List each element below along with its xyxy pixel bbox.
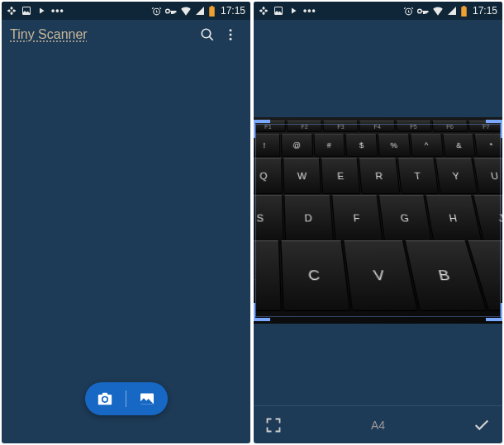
crop-content: F1 F2 F3 F4 F5 F6 F7 ! @ # $ % ^ & * <box>254 20 502 443</box>
fan-icon <box>7 6 17 16</box>
camera-button[interactable] <box>85 391 126 406</box>
signal-icon <box>195 6 205 16</box>
image-icon <box>273 6 283 16</box>
svg-point-12 <box>418 9 422 13</box>
svg-point-6 <box>230 29 232 31</box>
more-icon: ••• <box>303 5 316 17</box>
status-bar: ••• 17:15 <box>254 2 502 20</box>
expand-button[interactable] <box>265 417 298 433</box>
status-time: 17:15 <box>473 5 497 17</box>
battery-icon <box>460 6 468 17</box>
battery-icon <box>208 6 216 17</box>
phone-screen-1: ••• 17:15 Tiny Scanner <box>2 2 250 443</box>
search-button[interactable] <box>196 23 219 46</box>
crop-area[interactable]: F1 F2 F3 F4 F5 F6 F7 ! @ # $ % ^ & * <box>254 117 502 324</box>
fan-icon <box>259 6 269 16</box>
phone-screen-2: ••• 17:15 F1 F2 F3 F4 F5 F6 F7 <box>254 2 502 443</box>
menu-button[interactable] <box>219 23 242 46</box>
alarm-icon <box>151 6 162 17</box>
wifi-icon <box>180 6 192 16</box>
status-time: 17:15 <box>221 5 245 17</box>
svg-rect-13 <box>461 7 467 17</box>
svg-point-2 <box>166 9 170 13</box>
crop-handle-tl[interactable] <box>254 120 270 138</box>
empty-content <box>2 50 250 443</box>
expand-icon <box>265 417 282 433</box>
play-icon <box>288 6 298 16</box>
capture-fab <box>85 382 168 415</box>
svg-point-7 <box>230 34 232 36</box>
svg-rect-14 <box>463 6 465 7</box>
gallery-button[interactable] <box>126 392 168 405</box>
svg-rect-3 <box>209 7 215 17</box>
key-icon <box>165 7 177 16</box>
svg-point-5 <box>202 29 211 38</box>
bottom-bar: A4 <box>254 405 502 443</box>
confirm-button[interactable] <box>458 416 491 434</box>
signal-icon <box>447 6 457 16</box>
crop-frame[interactable] <box>255 124 501 317</box>
camera-icon <box>97 391 113 406</box>
paper-size-button[interactable]: A4 <box>298 419 458 432</box>
gallery-icon <box>139 392 155 405</box>
wifi-icon <box>432 6 444 16</box>
check-icon <box>473 416 491 434</box>
play-icon <box>36 6 46 16</box>
crop-handle-tr[interactable] <box>486 120 502 138</box>
search-icon <box>200 27 215 42</box>
status-bar: ••• 17:15 <box>2 2 250 20</box>
crop-handle-br[interactable] <box>486 303 502 321</box>
alarm-icon <box>403 6 414 17</box>
svg-point-8 <box>230 38 232 40</box>
app-header: Tiny Scanner <box>2 20 250 50</box>
image-icon <box>21 6 31 16</box>
crop-handle-bl[interactable] <box>254 303 270 321</box>
svg-rect-4 <box>211 6 213 7</box>
key-icon <box>417 7 429 16</box>
more-icon: ••• <box>51 5 64 17</box>
more-vert-icon <box>223 27 238 42</box>
app-title: Tiny Scanner <box>10 27 196 42</box>
